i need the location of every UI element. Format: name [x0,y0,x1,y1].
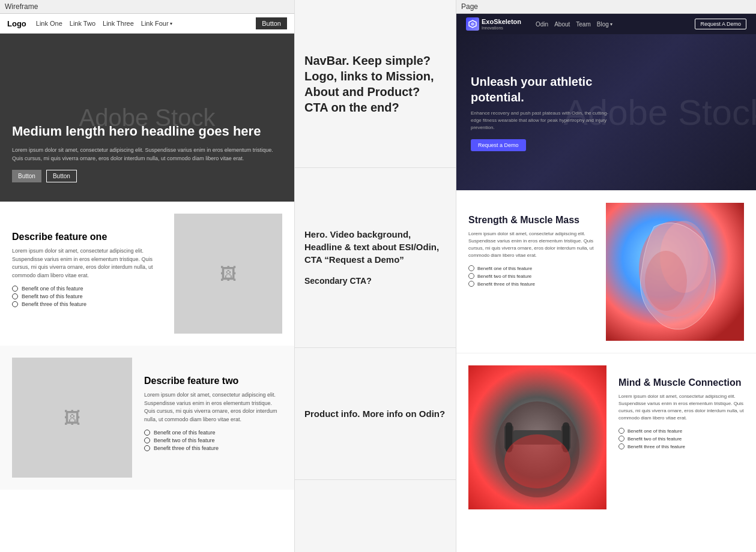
pg-benefit-1-2: Benefit two of this feature [468,273,594,279]
benefit-icon [618,436,624,442]
wf-benefit-1-3: Benefit three of this feature [12,301,162,307]
benefit-icon [144,437,150,443]
image-placeholder-icon: 🖼 [220,264,237,284]
pg-logo-text: ExoSkeleton [482,18,521,25]
wf-nav-link-3[interactable]: Link Three [103,20,134,27]
wireframe-label: Wireframe [0,0,294,14]
wf-navbar: Logo Link One Link Two Link Three Link F… [0,14,294,34]
notes-panel: NavBar. Keep simple? Logo, links to Miss… [294,0,456,552]
wf-nav-link-2[interactable]: Link Two [70,20,95,27]
pg-feature-one-section: Strength & Muscle Mass Lorem ipsum dolor… [456,190,756,353]
wf-feature-two-heading: Describe feature two [144,376,282,386]
chevron-down-icon: ▾ [610,22,612,27]
wf-logo: Logo [7,19,26,28]
wf-hero-buttons: Button Button [12,170,282,182]
benefit-icon [468,281,474,287]
pg-nav-link-1[interactable]: Odin [536,21,548,28]
wf-cta-button[interactable]: Button [256,17,287,29]
pg-benefit-2-2: Benefit two of this feature [618,436,744,442]
wf-feature-two-image: 🖼 [12,358,132,478]
pg-logo-text-area: ExoSkeleton Innovations [482,18,521,29]
wf-feature-two-section: 🖼 Describe feature two Lorem ipsum dolor… [0,346,294,490]
pg-feature-two-section: Mind & Muscle Connection Lorem ipsum dol… [456,353,756,521]
benefit-icon [144,445,150,451]
pg-logo-sub: Innovations [482,26,521,30]
wf-hero-btn-primary[interactable]: Button [12,170,41,182]
benefit-icon [12,301,18,307]
wf-feature-one-heading: Describe feature one [12,232,162,242]
pg-feature-one-body: Lorem ipsum dolor sit amet, consectetur … [468,230,594,259]
pg-benefit-2-1: Benefit one of this feature [618,428,744,434]
pg-nav-dropdown[interactable]: Blog ▾ [597,21,612,28]
pg-benefit-1-1: Benefit one of this feature [468,265,594,271]
pg-feature-one-text: Strength & Muscle Mass Lorem ipsum dolor… [468,203,594,341]
wf-feature-one-section: Describe feature one Lorem ipsum dolor s… [0,202,294,346]
pg-hero-headline: Unleash your athletic potential. [471,74,615,105]
svg-point-13 [504,434,570,488]
product-note: Product info. More info on Odin? [304,407,445,420]
wf-benefit-1-2: Benefit two of this feature [12,293,162,299]
pg-hero-section: Adobe Stock Unleash your athletic potent… [456,34,756,190]
wf-feature-one-text: Describe feature one Lorem ipsum dolor s… [12,214,162,334]
benefit-icon [468,265,474,271]
pg-nav-link-2[interactable]: About [554,21,570,28]
wireframe-panel: Wireframe Logo Link One Link Two Link Th… [0,0,294,552]
wf-feature-one-image: 🖼 [174,214,282,334]
pg-nav-links: Odin About Team Blog ▾ [536,21,688,28]
wf-feature-two-text: Describe feature two Lorem ipsum dolor s… [144,358,282,478]
svg-marker-1 [471,22,474,26]
pg-benefit-1-3: Benefit three of this feature [468,281,594,287]
benefit-icon [468,273,474,279]
chevron-down-icon: ▾ [170,21,172,26]
navbar-note: NavBar. Keep simple? Logo, links to Miss… [304,53,446,115]
pg-logo-icon [466,17,479,31]
hero-note: Hero. Video background, Headline & text … [304,228,446,266]
benefit-icon [144,430,150,436]
pg-hero-cta-button[interactable]: Request a Demo [471,139,526,151]
pg-logo-area: ExoSkeleton Innovations [466,17,521,31]
wf-benefit-2-1: Benefit one of this feature [144,430,282,436]
pg-feature-two-heading: Mind & Muscle Connection [618,377,744,388]
wf-hero-headline: Medium length hero headline goes here [12,123,282,140]
pg-hero-content: Unleash your athletic potential. Enhance… [471,74,615,151]
image-placeholder-icon: 🖼 [64,408,80,428]
pg-cta-button[interactable]: Request A Demo [695,19,746,29]
wf-feature-one-body: Lorem ipsum dolor sit amet, consectetur … [12,247,162,280]
pg-benefit-2-3: Benefit three of this feature [618,443,744,449]
wf-nav-dropdown[interactable]: Link Four ▾ [141,20,172,27]
benefit-icon [618,443,624,449]
pg-nav-link-3[interactable]: Team [576,21,590,28]
wf-hero-btn-secondary[interactable]: Button [46,170,77,182]
pg-feature-two-image [468,365,606,509]
benefit-icon [618,428,624,434]
pg-feature-one-heading: Strength & Muscle Mass [468,215,594,226]
hero-note-section: Hero. Video background, Headline & text … [295,168,456,348]
wf-benefit-2-3: Benefit three of this feature [144,445,282,451]
page-label: Page [456,0,756,14]
benefit-icon [12,293,18,299]
wf-hero-body: Lorem ipsum dolor sit amet, consectetur … [12,146,282,163]
pg-navbar: ExoSkeleton Innovations Odin About Team … [456,14,756,34]
pg-hero-body: Enhance recovery and push past plateaus … [471,110,615,131]
pg-feature-one-image [606,203,744,341]
pg-feature-two-text: Mind & Muscle Connection Lorem ipsum dol… [618,365,744,509]
navbar-note-section: NavBar. Keep simple? Logo, links to Miss… [295,0,456,168]
wf-nav-link-1[interactable]: Link One [36,20,62,27]
page-panel: Page ExoSkeleton Innovations Odin About … [456,0,756,552]
wf-hero-section: Adobe Stock Medium length hero headline … [0,34,294,202]
product-note-section: Product info. More info on Odin? [295,348,456,480]
wf-nav-links: Link One Link Two Link Three Link Four ▾ [36,20,246,27]
wf-benefit-1-1: Benefit one of this feature [12,286,162,292]
wf-benefit-2-2: Benefit two of this feature [144,437,282,443]
wf-feature-two-body: Lorem ipsum dolor sit amet, consectetur … [144,391,282,424]
pg-feature-two-body: Lorem ipsum dolor sit amet, consectetur … [618,393,744,422]
secondary-cta-note: Secondary CTA? [304,275,446,287]
benefit-icon [12,286,18,292]
